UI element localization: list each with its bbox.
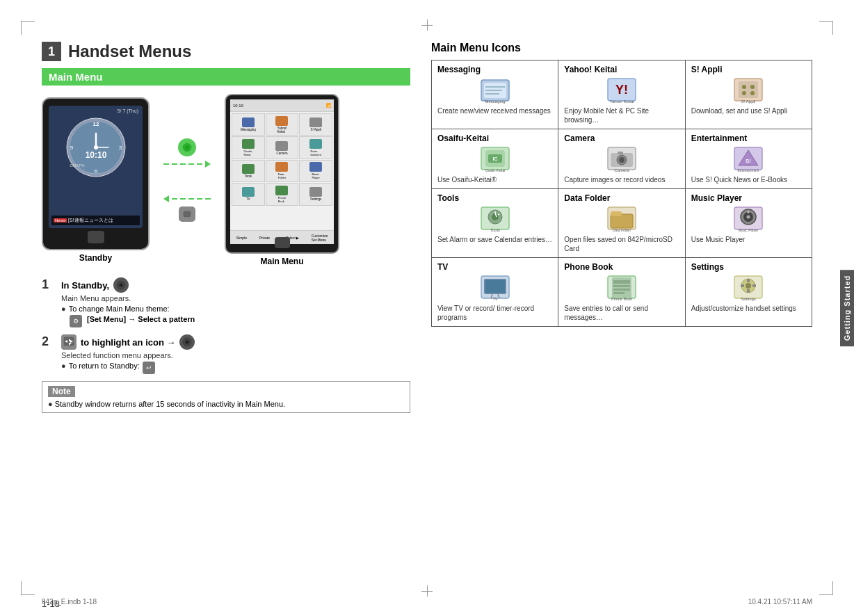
entertainment-icon: S! Entertainment [732,146,765,172]
tv-icon: TV [478,275,512,301]
svg-point-22 [186,341,189,344]
svg-text:Osaifu-Keitai: Osaifu-Keitai [485,168,505,172]
menu-item-yahoo: Yahoo!Keitai [266,113,299,136]
dashed-arrow-left [163,195,211,202]
icons-row-1: Messaging Messaging Create new/view rece… [432,60,812,129]
note-title: Note [48,386,75,397]
icon-cell-camera: Camera Camera Capture images or record v… [558,129,685,189]
dashed-arrow-right [163,161,211,168]
svg-rect-33 [739,81,758,98]
icon-desc-camera: Capture images or record videos [564,175,679,184]
step-2-title: to highlight an icon → [61,334,410,350]
svg-text:Yahoo! Keitai: Yahoo! Keitai [609,99,634,104]
svg-rect-87 [747,279,750,282]
svg-rect-80 [613,285,630,287]
menu-item-phonebook: PhoneBook [266,183,299,205]
main-menu-screen: 10·10📶 Messaging Yahoo!Keitai [230,99,334,233]
svg-text:IC: IC [492,156,497,161]
corner-mark-bl [21,581,35,595]
messaging-icon: Messaging [478,77,512,104]
step-1-num: 1 [42,277,56,327]
icon-desc-sappli: Download, set and use S! Appli [691,106,806,115]
svg-rect-89 [741,284,744,287]
icon-desc-yahoo: Enjoy Mobile Net & PC Site browsing… [564,106,679,124]
phonebook-icon: Phone Book [605,275,638,301]
icon-desc-tv: View TV or record/ timer-record programs [437,304,552,322]
return-standby-icon: ↩ [143,362,155,374]
standby-phone-wrap: 5/ 7 (Thu) 12 3 6 9 [42,97,150,263]
step-2-detail: Selected function menu appears. [61,351,410,359]
news-bar: News[S!速報ニュースとは [51,216,140,225]
menu-item-datafolder: DataFolder [266,160,299,182]
svg-rect-88 [747,289,750,293]
back-arrow-group [163,195,211,222]
corner-mark-tr [819,21,833,35]
icon-title-camera: Camera [564,133,679,143]
standby-label: Standby [79,253,112,263]
step-2-content: to highlight an icon → Selected function… [61,334,410,374]
nav-button-forward [178,138,196,156]
icon-title-yahoo: Yahoo! Keitai [564,65,679,74]
icon-desc-phonebook: Save entries to call or send messages… [564,304,679,322]
left-column: 1 Handset Menus Main Menu 5/ 7 (Thu) [42,42,410,413]
corner-mark-tl [21,21,35,35]
svg-text:GRAPH: GRAPH [70,163,84,168]
menu-item-sappli: S! Appli [299,113,332,136]
yahoo-icon: Y! Yahoo! Keitai [605,77,638,104]
svg-rect-73 [485,280,505,293]
corner-mark-br [819,581,833,595]
sappli-icon: S! Appli [732,77,765,104]
main-menu-btn [275,237,290,248]
menu-status-bar: 10·10📶 [230,99,334,112]
svg-text:Tools: Tools [490,228,500,232]
icon-title-messaging: Messaging [437,65,552,74]
step-2-nav-icon [61,334,76,350]
svg-point-56 [492,213,499,220]
icons-row-3: Tools Tools Set Alarm or save Calendar e… [432,189,812,258]
svg-text:Y!: Y! [615,83,628,97]
menu-item-messaging: Messaging [232,113,265,136]
svg-point-37 [750,91,755,95]
musicplayer-icon: Music Player [732,206,765,232]
set-menu-icon: ⚙ [70,315,82,327]
icon-cell-yahoo: Yahoo! Keitai Y! Yahoo! Keitai Enjoy Mob… [558,60,685,129]
menu-item-camera: Camera [266,136,299,159]
clock-graphic: 12 3 6 9 10:10 GRAPH [65,116,127,179]
svg-text:TV: TV [492,297,498,301]
settings-icon: Settings [732,275,765,301]
svg-point-47 [619,157,625,163]
svg-text:Entertainment: Entertainment [738,168,760,172]
main-menu-label: Main Menu [261,257,304,266]
steps-area: 1 In Standby, Main Menu appears. ● To ch… [42,277,410,413]
chapter-title: Handset Menus [68,42,191,61]
icon-desc-datafolder: Open files saved on 842P/microSD Card [564,235,679,253]
svg-text:S!: S! [746,158,751,164]
icon-cell-sappli: S! Appli S! Appli Download, set and use … [685,60,812,129]
step-2: 2 to highlight an icon → [42,334,410,374]
icon-desc-osaifu: Use Osaifu-Keitai® [437,175,552,184]
svg-text:6: 6 [94,168,97,175]
svg-point-8 [94,145,98,149]
step-1-detail: Main Menu appears. [61,294,410,302]
icon-desc-settings: Adjust/customize handset settings [691,304,806,313]
menu-item-tv: TV [232,183,265,205]
icon-title-tv: TV [437,262,552,272]
note-box: Note ● Standby window returns after 15 s… [42,381,410,413]
svg-point-34 [742,85,746,89]
menu-grid: Messaging Yahoo!Keitai S! Appli [230,112,334,230]
standby-date: 5/ 7 (Thu) [118,108,138,113]
standby-phone: 5/ 7 (Thu) 12 3 6 9 [42,97,150,250]
page-content: 1 Handset Menus Main Menu 5/ 7 (Thu) [42,42,812,581]
phone-screens: 5/ 7 (Thu) 12 3 6 9 [42,94,410,266]
icon-desc-entertainment: Use S! Quick News or E-Books [691,175,806,184]
menu-item-osaifu: Osaifu-Keitai [232,136,265,159]
step-1-icon [113,277,129,293]
svg-text:S! Appli: S! Appli [741,99,755,104]
icon-cell-messaging: Messaging Messaging Create new/view rece… [432,60,558,129]
standby-screen: 5/ 7 (Thu) 12 3 6 9 [49,106,143,228]
icon-title-tools: Tools [437,193,552,203]
svg-rect-81 [613,289,630,291]
svg-point-35 [750,85,755,89]
menu-item-tools: Tools [232,160,265,182]
icon-title-phonebook: Phone Book [564,262,679,272]
